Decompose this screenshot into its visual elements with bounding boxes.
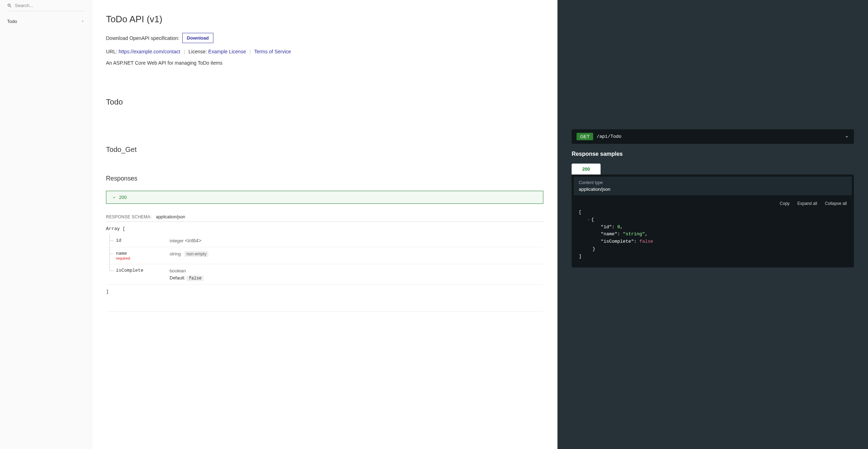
meta-line: URL: https://example.com/contact | Licen… (106, 49, 543, 54)
prop-row: id integer <int64> (106, 234, 543, 247)
sample-tabs: 200 (572, 164, 854, 175)
sample-box: Content type application/json Copy Expan… (572, 175, 854, 267)
default-value: false (187, 276, 203, 281)
prop-type-cell: string non-empty (170, 247, 543, 264)
search-underline (7, 11, 84, 11)
prop-type: string (170, 251, 181, 256)
content-type-label: Content type (579, 180, 847, 185)
spec-label: Download OpenAPI specification: (106, 35, 179, 41)
schema-header: RESPONSE SCHEMA: application/json (106, 214, 543, 222)
prop-type: integer (170, 238, 185, 243)
schema-label: RESPONSE SCHEMA: (106, 214, 152, 219)
api-title: ToDo API (v1) (106, 14, 543, 24)
prop-row: name required string non-empty (106, 247, 543, 264)
response-200-toggle[interactable]: 200 (106, 191, 543, 204)
tag-heading: Todo (106, 98, 543, 107)
prop-name: name (116, 251, 127, 256)
separator: | (249, 49, 251, 54)
sidebar: Todo (0, 0, 92, 449)
prop-name: id (116, 238, 122, 243)
default-label: Default: (170, 275, 187, 280)
array-close: ] (106, 289, 543, 294)
array-open: Array [ (106, 226, 543, 231)
required-label: required (116, 256, 170, 260)
content-column: ToDo API (v1) Download OpenAPI specifica… (92, 0, 557, 449)
prop-type-cell: boolean Default: false (170, 264, 543, 285)
operation-heading: Todo_Get (106, 146, 543, 154)
tab-200[interactable]: 200 (572, 164, 601, 175)
api-description: An ASP.NET Core Web API for managing ToD… (106, 60, 543, 66)
collapse-toggle[interactable]: - (587, 217, 590, 222)
prop-type-cell: integer <int64> (170, 234, 543, 247)
samples-column: GET /api/Todo Response samples 200 Conte… (557, 0, 868, 449)
prop-name-cell[interactable]: name required (106, 247, 170, 264)
spec-download-line: Download OpenAPI specification: Download (106, 33, 543, 43)
nonempty-badge: non-empty (184, 251, 209, 257)
prop-type: boolean (170, 268, 186, 273)
endpoint-path: /api/Todo (597, 134, 845, 139)
contact-url-link[interactable]: https://example.com/contact (119, 49, 180, 54)
prop-format: <int64> (185, 238, 201, 243)
copy-button[interactable]: Copy (780, 201, 790, 206)
http-method-badge: GET (577, 133, 593, 140)
download-button[interactable]: Download (182, 33, 213, 43)
expand-all-button[interactable]: Expand all (797, 201, 817, 206)
schema-content-type: application/json (156, 214, 185, 219)
schema-table: id integer <int64> name required string … (106, 234, 543, 285)
separator: | (184, 49, 185, 54)
url-label: URL: (106, 49, 119, 54)
license-link[interactable]: Example License (208, 49, 246, 54)
code-actions: Copy Expand all Collapse all (574, 199, 852, 209)
chevron-down-icon (112, 195, 116, 200)
main-scroll[interactable]: ToDo API (v1) Download OpenAPI specifica… (92, 0, 868, 449)
search-icon (7, 3, 12, 8)
prop-name-cell[interactable]: id (106, 234, 170, 247)
section-divider (106, 311, 543, 312)
content-type-selector[interactable]: Content type application/json (574, 177, 852, 195)
collapse-all-button[interactable]: Collapse all (825, 201, 847, 206)
response-samples-heading: Response samples (572, 151, 854, 157)
content-type-value: application/json (579, 187, 847, 192)
json-sample: [ -{ "id": 0, "name": "string", "isCompl… (574, 209, 852, 265)
prop-name-cell[interactable]: isComplete (106, 264, 170, 285)
prop-row: isComplete boolean Default: false (106, 264, 543, 285)
tos-link[interactable]: Terms of Service (254, 49, 291, 54)
sidebar-item-todo[interactable]: Todo (0, 14, 91, 28)
chevron-right-icon (81, 19, 84, 23)
search-input[interactable] (15, 3, 84, 8)
license-label: License: (189, 49, 208, 54)
search-box[interactable] (0, 0, 91, 11)
endpoint-bar[interactable]: GET /api/Todo (572, 129, 854, 144)
responses-heading: Responses (106, 175, 543, 182)
response-code: 200 (119, 195, 127, 200)
sidebar-item-label: Todo (7, 19, 17, 24)
chevron-down-icon (845, 135, 849, 139)
prop-name: isComplete (116, 268, 143, 273)
